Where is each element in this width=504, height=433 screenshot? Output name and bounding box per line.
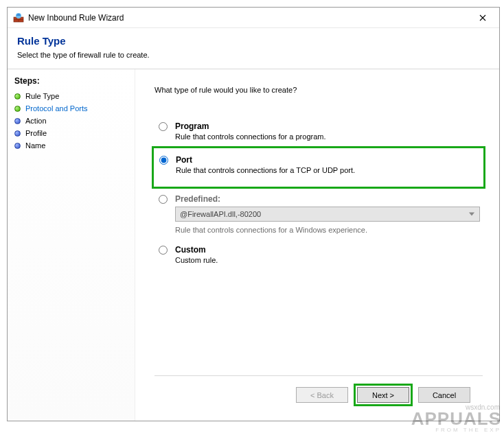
- page-subtitle: Select the type of firewall rule to crea…: [17, 51, 490, 59]
- highlight-selected-option: Port Rule that controls connections for …: [152, 146, 485, 189]
- step-name[interactable]: Name: [14, 139, 128, 152]
- firewall-icon: [13, 12, 24, 23]
- back-button[interactable]: < Back: [296, 387, 348, 403]
- rule-type-options: Program Rule that controls connections f…: [154, 117, 483, 271]
- predefined-select[interactable]: [175, 207, 480, 222]
- radio-custom[interactable]: [159, 246, 168, 255]
- step-bullet-icon: [14, 118, 21, 124]
- content-prompt: What type of rule would you like to crea…: [154, 86, 483, 94]
- step-bullet-icon: [14, 130, 21, 137]
- step-profile[interactable]: Profile: [14, 127, 128, 139]
- option-desc: Rule that controls connections for a TCP…: [176, 166, 477, 174]
- step-bullet-icon: [14, 93, 21, 100]
- steps-heading: Steps:: [14, 76, 128, 86]
- step-action[interactable]: Action: [14, 115, 128, 127]
- next-button[interactable]: Next >: [357, 387, 409, 403]
- radio-port[interactable]: [159, 156, 168, 165]
- option-desc: Rule that controls connections for a Win…: [175, 226, 480, 234]
- wizard-footer: < Back Next > Cancel: [154, 375, 483, 414]
- highlight-next-button: Next >: [354, 384, 413, 406]
- step-label: Profile: [25, 129, 47, 137]
- step-label: Action: [25, 117, 47, 125]
- watermark-tagline: FROM THE EXP: [411, 428, 501, 433]
- step-bullet-icon: [14, 106, 21, 112]
- wizard-header: Rule Type Select the type of firewall ru…: [8, 28, 499, 69]
- option-program[interactable]: Program Rule that controls connections f…: [154, 117, 483, 148]
- option-label: Custom: [175, 245, 480, 255]
- radio-program[interactable]: [159, 122, 168, 131]
- option-label: Program: [175, 121, 480, 131]
- predefined-select-wrap: [175, 204, 480, 224]
- page-title: Rule Type: [17, 35, 490, 47]
- step-protocol-and-ports[interactable]: Protocol and Ports: [14, 102, 128, 115]
- step-label: Protocol and Ports: [25, 104, 88, 113]
- step-label: Name: [25, 141, 45, 150]
- wizard-window: New Inbound Rule Wizard Rule Type Select…: [7, 7, 500, 421]
- option-custom[interactable]: Custom Custom rule.: [154, 241, 483, 271]
- radio-predefined[interactable]: [159, 195, 168, 204]
- option-label: Predefined:: [175, 194, 480, 204]
- wizard-body: Steps: Rule Type Protocol and Ports Acti…: [8, 69, 499, 421]
- option-desc: Rule that controls connections for a pro…: [175, 132, 480, 141]
- step-bullet-icon: [14, 143, 21, 149]
- option-label: Port: [176, 155, 477, 165]
- option-port[interactable]: Port Rule that controls connections for …: [155, 151, 479, 181]
- option-desc: Custom rule.: [175, 256, 480, 264]
- close-button[interactable]: [468, 8, 498, 27]
- window-title: New Inbound Rule Wizard: [28, 13, 468, 23]
- steps-sidebar: Steps: Rule Type Protocol and Ports Acti…: [8, 69, 135, 421]
- cancel-button[interactable]: Cancel: [418, 387, 470, 403]
- step-label: Rule Type: [25, 92, 59, 100]
- titlebar: New Inbound Rule Wizard: [8, 8, 499, 28]
- step-rule-type[interactable]: Rule Type: [14, 90, 128, 102]
- option-predefined[interactable]: Predefined: Rule that controls connectio…: [154, 190, 483, 241]
- wizard-content: What type of rule would you like to crea…: [135, 69, 499, 421]
